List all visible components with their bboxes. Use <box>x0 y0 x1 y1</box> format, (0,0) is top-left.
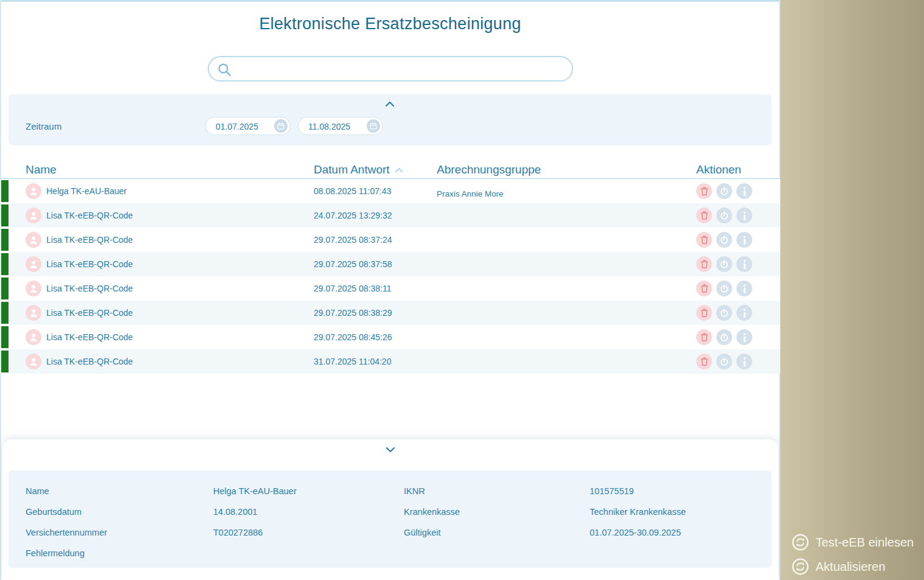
user-icon <box>26 183 41 199</box>
column-header-name[interactable]: Name <box>26 163 57 176</box>
detail-value-iknr: 101575519 <box>590 486 634 496</box>
user-icon <box>26 208 41 223</box>
clock-button[interactable] <box>716 183 732 199</box>
abrechnungsgruppe: Praxis Annie More <box>437 189 504 198</box>
clock-button[interactable] <box>716 208 732 223</box>
datum-antwort: 31.07.2025 11:04:20 <box>314 357 391 366</box>
status-bar-green <box>1 351 9 372</box>
delete-button[interactable] <box>696 232 712 248</box>
trash-icon <box>700 187 708 195</box>
trash-icon <box>700 333 708 341</box>
table-row[interactable]: Lisa TK-eEB-QR-Code 29.07.2025 08:38:29 <box>0 301 780 325</box>
clock-icon <box>719 186 729 196</box>
search-input[interactable] <box>237 59 566 79</box>
clock-button[interactable] <box>716 354 732 369</box>
clock-button[interactable] <box>716 256 732 272</box>
datum-antwort: 29.07.2025 08:45:26 <box>314 332 392 342</box>
patient-name: Lisa TK-eEB-QR-Code <box>46 259 133 269</box>
page-title: Elektronische Ersatzbescheinigung <box>0 15 780 33</box>
user-icon <box>26 305 41 321</box>
delete-button[interactable] <box>696 256 712 272</box>
detail-collapse-button[interactable] <box>381 444 400 455</box>
filter-collapse-button[interactable] <box>381 99 399 110</box>
info-button[interactable] <box>736 354 752 369</box>
date-from-calendar-button[interactable] <box>274 119 287 133</box>
datum-antwort: 24.07.2025 13:29:32 <box>314 211 392 220</box>
clock-icon <box>719 357 729 366</box>
date-to-calendar-button[interactable] <box>367 119 380 133</box>
table-row[interactable]: Lisa TK-eEB-QR-Code 29.07.2025 08:45:26 <box>0 325 780 349</box>
clock-button[interactable] <box>716 329 732 345</box>
delete-button[interactable] <box>696 281 712 296</box>
table-row[interactable]: Lisa TK-eEB-QR-Code 31.07.2025 11:04:20 <box>0 349 780 374</box>
clock-icon <box>719 308 729 318</box>
chevron-up-icon <box>385 101 395 107</box>
user-icon <box>26 232 41 248</box>
refresh-icon <box>792 558 809 575</box>
table-row[interactable]: Helga TK-eAU-Bauer 08.08.2025 11:07:43 P… <box>0 179 780 203</box>
status-bar-green <box>1 180 9 202</box>
info-button[interactable] <box>736 305 752 321</box>
trash-icon <box>700 260 708 268</box>
info-icon <box>742 284 747 293</box>
aktualisieren-button[interactable]: Aktualisieren <box>792 557 886 576</box>
detail-value-krankenkasse: Techniker Krankenkasse <box>590 507 686 517</box>
column-header-abrechnungsgruppe[interactable]: Abrechnungsgruppe <box>437 163 541 176</box>
date-to-input[interactable] <box>308 121 364 132</box>
status-bar-green <box>1 253 9 275</box>
patient-name: Lisa TK-eEB-QR-Code <box>46 332 133 342</box>
clock-icon <box>719 235 729 245</box>
clock-button[interactable] <box>716 305 732 321</box>
detail-value-name: Helga TK-eAU-Bauer <box>213 486 297 496</box>
datum-antwort: 29.07.2025 08:37:58 <box>314 259 392 269</box>
chevron-down-icon <box>386 447 395 453</box>
table-row[interactable]: Lisa TK-eEB-QR-Code 29.07.2025 08:37:58 <box>0 252 780 276</box>
table-row[interactable]: Lisa TK-eEB-QR-Code 29.07.2025 08:37:24 <box>0 228 780 252</box>
row-actions <box>696 256 752 272</box>
delete-button[interactable] <box>696 354 712 369</box>
clock-button[interactable] <box>716 232 732 248</box>
table-row[interactable]: Lisa TK-eEB-QR-Code 29.07.2025 08:38:11 <box>0 276 780 301</box>
status-bar-green <box>1 302 9 324</box>
patient-name: Lisa TK-eEB-QR-Code <box>46 308 133 318</box>
column-header-datum-antwort[interactable]: Datum Antwort <box>314 163 403 176</box>
user-icon <box>26 354 41 369</box>
user-icon <box>26 281 41 296</box>
detail-panel: Name Helga TK-eAU-Bauer Geburtsdatum 14.… <box>9 470 772 568</box>
sort-asc-icon <box>395 167 403 173</box>
info-icon <box>742 187 747 196</box>
info-icon <box>742 309 747 318</box>
detail-label-krankenkasse: Krankenkasse <box>404 507 460 517</box>
info-icon <box>742 333 747 342</box>
table-row[interactable]: Lisa TK-eEB-QR-Code 24.07.2025 13:29:32 <box>0 203 780 228</box>
patient-name: Helga TK-eAU-Bauer <box>46 186 127 196</box>
delete-button[interactable] <box>696 208 712 223</box>
delete-button[interactable] <box>696 305 712 321</box>
info-button[interactable] <box>736 232 752 248</box>
date-from-input[interactable] <box>216 121 272 132</box>
calendar-icon <box>370 122 377 130</box>
status-bar-green <box>1 326 9 348</box>
delete-button[interactable] <box>696 329 712 345</box>
row-actions <box>696 183 752 199</box>
info-button[interactable] <box>736 256 752 272</box>
column-header-datum-label: Datum Antwort <box>314 163 390 176</box>
info-icon <box>742 236 747 245</box>
detail-label-name: Name <box>26 486 49 496</box>
row-actions <box>696 354 752 369</box>
info-button[interactable] <box>736 329 752 345</box>
test-eeb-einlesen-button[interactable]: Test-eEB einlesen <box>792 533 914 551</box>
delete-button[interactable] <box>696 183 712 199</box>
info-button[interactable] <box>736 183 752 199</box>
info-button[interactable] <box>736 208 752 223</box>
aktualisieren-label: Aktualisieren <box>816 560 886 574</box>
trash-icon <box>700 211 708 220</box>
date-to-field <box>298 117 383 135</box>
detail-label-fehlermeldung: Fehlermeldung <box>26 548 85 558</box>
main-panel: Elektronische Ersatzbescheinigung Zeitra… <box>0 0 780 580</box>
info-button[interactable] <box>736 281 752 296</box>
info-icon <box>742 357 747 366</box>
results-table: Helga TK-eAU-Bauer 08.08.2025 11:07:43 P… <box>0 179 780 374</box>
status-bar-green <box>1 278 9 299</box>
clock-button[interactable] <box>716 281 732 296</box>
